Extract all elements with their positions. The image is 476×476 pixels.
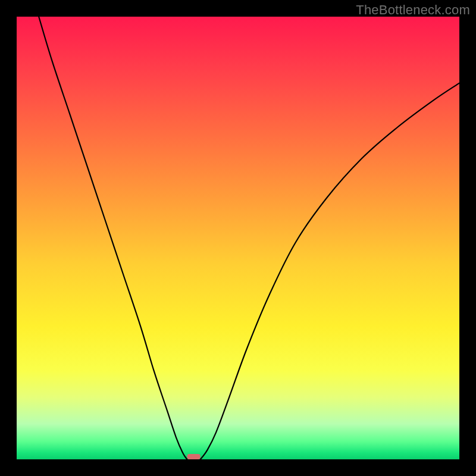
curve-left-branch <box>39 17 187 459</box>
watermark-text: TheBottleneck.com <box>356 2 470 18</box>
plot-area <box>17 17 459 459</box>
curve-svg <box>17 17 459 459</box>
curve-right-branch <box>201 83 459 459</box>
chart-frame: TheBottleneck.com <box>0 0 476 476</box>
trough-marker <box>187 454 200 459</box>
